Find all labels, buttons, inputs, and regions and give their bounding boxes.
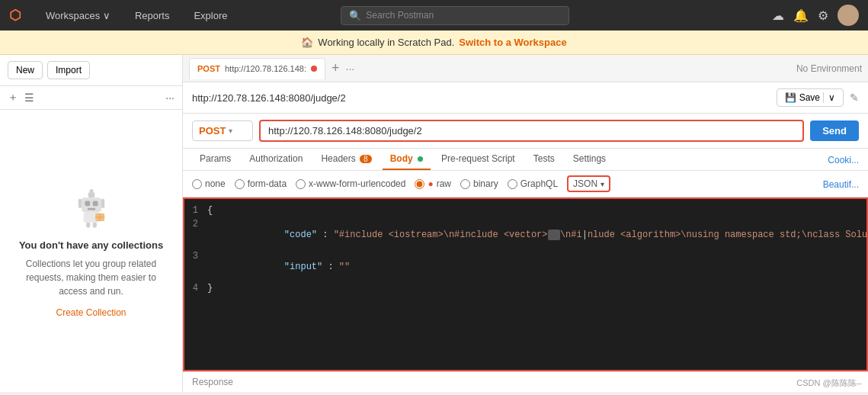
watermark: CSDN @陈陈陈-- <box>796 377 862 389</box>
search-placeholder: Search Postman <box>366 10 434 21</box>
raw-radio[interactable] <box>415 179 424 189</box>
top-nav: ⬡ Workspaces ∨ Reports Explore 🔍 Search … <box>0 0 868 31</box>
tab-params[interactable]: Params <box>192 149 239 170</box>
tab-url: http://120.78.126.148: <box>225 64 306 73</box>
url-breadcrumb-bar: http://120.78.126.148:8080/judge/2 💾 Sav… <box>183 82 868 114</box>
line-num-1: 1 <box>184 205 207 219</box>
user-avatar[interactable] <box>838 5 859 26</box>
save-icon: 💾 <box>785 92 796 103</box>
banner-icon: 🏠 <box>301 37 313 48</box>
svg-point-10 <box>89 189 93 193</box>
request-tab[interactable]: POST http://120.78.126.148: <box>189 58 325 79</box>
method-selector[interactable]: POST ▾ <box>192 120 253 141</box>
tab-body[interactable]: Body <box>383 149 431 170</box>
scratch-pad-banner: 🏠 Working locally in Scratch Pad. Switch… <box>0 31 868 55</box>
tabs-bar: POST http://120.78.126.148: + ··· No Env… <box>183 55 868 82</box>
tab-more-button[interactable]: ··· <box>346 63 355 75</box>
code-line-4: 4 } <box>184 283 866 297</box>
svg-rect-4 <box>78 198 81 207</box>
search-bar[interactable]: 🔍 Search Postman <box>341 6 569 25</box>
urlencoded-option[interactable]: x-www-form-urlencoded <box>296 178 405 189</box>
line-content-1: { <box>207 205 866 219</box>
graphql-radio[interactable] <box>508 179 517 189</box>
url-input[interactable] <box>259 120 804 142</box>
sidebar-tools: ＋ ☰ ··· <box>0 86 182 110</box>
add-tab-button[interactable]: + <box>328 60 343 76</box>
save-dropdown-icon[interactable]: ∨ <box>823 92 835 103</box>
banner-text: Working locally in Scratch Pad. <box>318 37 454 48</box>
switch-workspace-link[interactable]: Switch to a Workspace <box>459 37 566 48</box>
tab-unsaved-dot <box>311 66 317 72</box>
line-content-2: "code" : "#include <iostream>\n#include … <box>207 219 868 251</box>
import-button[interactable]: Import <box>47 61 90 79</box>
tab-headers[interactable]: Headers 8 <box>313 149 379 170</box>
main-container: New Import ＋ ☰ ··· <box>0 55 868 392</box>
request-url-display: http://120.78.126.148:8080/judge/2 <box>192 92 346 104</box>
cookies-link[interactable]: Cooki... <box>828 155 859 165</box>
send-button[interactable]: Send <box>810 120 859 141</box>
content-area: POST http://120.78.126.148: + ··· No Env… <box>183 55 868 392</box>
body-active-dot <box>418 156 423 162</box>
empty-state-desc: Collections let you group related reques… <box>15 257 167 298</box>
form-data-radio[interactable] <box>235 179 245 189</box>
line-num-2: 2 <box>184 219 207 251</box>
add-icon[interactable]: ＋ <box>8 91 18 104</box>
method-label: POST <box>199 125 226 136</box>
response-label: Response <box>192 377 233 387</box>
environment-selector[interactable]: No Environment <box>796 63 862 74</box>
raw-option[interactable]: ● raw <box>415 178 451 189</box>
binary-option[interactable]: binary <box>460 178 498 189</box>
response-area: Response <box>183 371 868 392</box>
svg-rect-3 <box>87 207 94 210</box>
sub-tabs: Params Authorization Headers 8 Body Pre-… <box>183 149 868 171</box>
save-button[interactable]: 💾 Save ∨ <box>777 88 844 107</box>
nav-reports[interactable]: Reports <box>129 7 176 24</box>
headers-badge: 8 <box>360 155 372 163</box>
create-collection-link[interactable]: Create Collection <box>56 307 126 318</box>
body-options-bar: none form-data x-www-form-urlencoded ● r… <box>183 171 868 198</box>
code-editor[interactable]: 1 { 2 "code" : "#include <iostream>\n#in… <box>183 198 868 371</box>
beautify-link[interactable]: Beautif... <box>823 179 859 190</box>
tab-settings[interactable]: Settings <box>565 149 613 170</box>
save-label: Save <box>799 92 820 103</box>
line-content-3: "input" : "" <box>207 251 866 283</box>
tab-method: POST <box>197 64 220 73</box>
none-option[interactable]: none <box>192 178 226 189</box>
svg-rect-5 <box>101 198 104 207</box>
filter-icon[interactable]: ☰ <box>24 92 34 104</box>
sub-tabs-right: Cooki... <box>828 154 859 165</box>
code-line-2: 2 "code" : "#include <iostream>\n#includ… <box>184 219 866 251</box>
new-button[interactable]: New <box>8 61 43 79</box>
code-line-3: 3 "input" : "" <box>184 251 866 283</box>
nav-explore[interactable]: Explore <box>187 7 233 24</box>
svg-rect-8 <box>92 222 96 227</box>
edit-icon[interactable]: ✎ <box>850 92 859 104</box>
svg-rect-9 <box>88 192 94 198</box>
nav-workspaces[interactable]: Workspaces ∨ <box>40 7 117 24</box>
cloud-icon[interactable]: ☁ <box>772 8 784 23</box>
method-url-bar: POST ▾ Send <box>183 114 868 149</box>
sidebar-more-icon[interactable]: ··· <box>165 92 175 104</box>
robot-illustration <box>69 185 114 230</box>
tab-tests[interactable]: Tests <box>526 149 562 170</box>
svg-rect-1 <box>85 201 90 206</box>
json-format-selector[interactable]: JSON ▾ <box>567 175 610 192</box>
nav-logo: ⬡ <box>9 7 21 24</box>
bell-icon[interactable]: 🔔 <box>793 8 809 23</box>
urlencoded-radio[interactable] <box>296 179 306 189</box>
tab-authorization[interactable]: Authorization <box>242 149 310 170</box>
empty-state-title: You don't have any collections <box>19 239 163 251</box>
tab-pre-request[interactable]: Pre-request Script <box>434 149 523 170</box>
binary-radio[interactable] <box>460 179 470 189</box>
line-num-4: 4 <box>184 283 207 297</box>
json-label: JSON <box>573 178 597 189</box>
sidebar-actions: New Import <box>0 55 182 86</box>
none-radio[interactable] <box>192 179 202 189</box>
graphql-option[interactable]: GraphQL <box>508 178 558 189</box>
json-chevron-icon: ▾ <box>601 180 604 188</box>
sidebar: New Import ＋ ☰ ··· <box>0 55 183 392</box>
svg-rect-2 <box>92 201 98 206</box>
settings-icon[interactable]: ⚙ <box>818 8 828 23</box>
form-data-option[interactable]: form-data <box>235 178 287 189</box>
method-chevron-icon: ▾ <box>229 127 232 135</box>
